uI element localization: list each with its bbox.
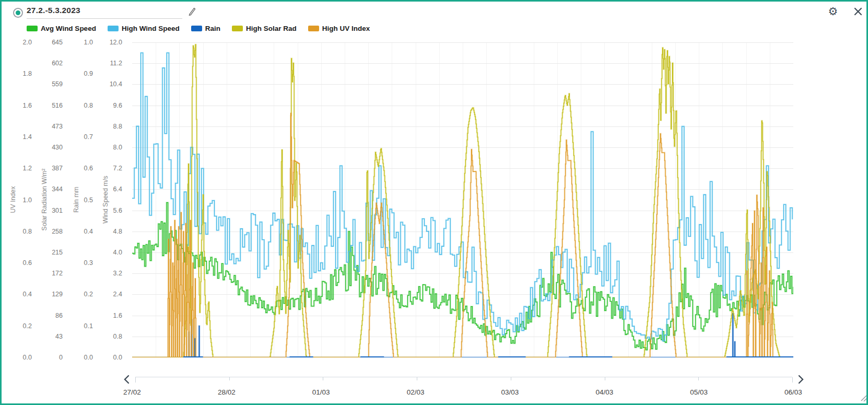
scroll-right-button[interactable] [796,375,805,384]
settings-button[interactable]: ⚙ [827,5,839,18]
wind-tick-label: 12.0 [106,38,122,47]
legend-item-uv[interactable]: High UV Index [308,25,370,32]
uv-swatch-icon [308,26,319,31]
rain-tick-label: 0.3 [78,259,93,267]
uv-tick-label: 2.0 [17,38,32,47]
rain-tick-label: 0.2 [78,290,93,298]
uv-axis-title: UV Index [9,173,17,226]
wind-tick-label: 5.6 [106,206,122,215]
close-icon [853,6,863,17]
rain-tick-label: 0.6 [78,164,93,172]
uv-tick-label: 1.8 [17,70,32,78]
solar-tick-label: 86 [46,311,63,320]
legend-label: Avg Wind Speed [41,25,96,32]
wind-tick-label: 8.8 [106,122,122,131]
legend: Avg Wind Speed High Wind Speed Rain High… [27,25,370,32]
solar-tick-label: 215 [46,248,63,257]
wind-tick-label: 8.0 [106,143,122,152]
scrollbar-tick [605,377,605,380]
legend-item-avg-wind[interactable]: Avg Wind Speed [27,25,96,32]
solar-tick-label: 602 [46,59,63,67]
uv-tick-label: 0.6 [17,259,32,267]
legend-label: High UV Index [322,25,370,32]
wind-tick-label: 10.4 [106,80,122,88]
solar-tick-label: 516 [46,101,63,110]
x-axis-label: 06/03 [777,388,810,396]
wind-tick-label: 6.4 [106,185,122,193]
uv-tick-label: 0.2 [17,322,32,330]
rain-tick-label: 0.4 [78,227,93,236]
legend-label: Rain [205,25,220,32]
chart-title-field[interactable]: 27.2.-5.3.2023 [27,6,182,19]
rain-tick-label: 0.9 [78,70,93,78]
wind-tick-label: 4.8 [106,227,122,236]
solar-tick-label: 645 [46,38,63,47]
gear-icon: ⚙ [828,5,838,17]
chart-canvas[interactable] [132,42,793,357]
solar-tick-label: 430 [46,143,63,152]
uv-tick-label: 0.8 [17,227,32,236]
edit-title-button[interactable] [187,7,197,16]
wind-tick-label: 4.0 [106,248,122,257]
scrollbar-tick [229,377,230,380]
record-dot-icon[interactable] [13,8,23,18]
solar-swatch-icon [232,26,243,31]
solar-tick-label: 129 [46,290,63,298]
solar-tick-label: 301 [46,206,63,215]
resize-grip-icon[interactable] [859,394,867,402]
scroll-left-button[interactable] [123,375,131,384]
avg-wind-swatch-icon [27,26,38,31]
solar-tick-label: 559 [46,80,63,88]
chevron-left-icon [123,375,131,384]
rain-tick-label: 1.0 [78,38,93,47]
uv-tick-label: 1.2 [17,164,32,172]
uv-tick-label: 0.4 [17,290,32,298]
wind-tick-label: 1.6 [106,311,122,320]
solar-tick-label: 0 [46,353,63,362]
wind-tick-label: 0.0 [106,353,122,362]
solar-tick-label: 172 [46,269,63,277]
wind-tick-label: 11.2 [106,59,122,67]
rain-tick-label: 0.5 [78,196,93,204]
high-wind-swatch-icon [108,26,119,31]
scrollbar-tick [792,377,793,383]
wind-tick-label: 3.2 [106,269,122,277]
legend-label: High Wind Speed [122,25,180,32]
legend-item-rain[interactable]: Rain [191,25,220,32]
x-axis-label: 05/03 [682,388,715,396]
scrollbar-tick [323,377,323,380]
legend-label: High Solar Rad [246,25,297,32]
scrollbar-tick [698,377,699,380]
scrollbar-tick [511,377,511,380]
uv-tick-label: 1.4 [17,133,32,141]
wind-tick-label: 7.2 [106,164,122,172]
uv-tick-label: 0.0 [17,353,32,362]
close-button[interactable] [853,6,863,17]
solar-tick-label: 258 [46,227,63,236]
rain-tick-label: 0.0 [78,353,93,362]
time-scrollbar[interactable] [135,377,792,383]
legend-item-high-wind[interactable]: High Wind Speed [108,25,180,32]
wind-tick-label: 2.4 [106,290,122,298]
chevron-right-icon [796,375,805,384]
rain-tick-label: 0.8 [78,101,93,110]
rain-tick-label: 0.1 [78,322,93,330]
rain-swatch-icon [191,26,202,31]
solar-tick-label: 473 [46,122,63,131]
pencil-icon [187,7,197,16]
x-axis-label: 27/02 [115,388,149,396]
rain-tick-label: 0.7 [78,133,93,141]
wind-tick-label: 0.8 [106,332,122,341]
uv-tick-label: 1.6 [17,101,32,110]
wind-tick-label: 9.6 [106,101,122,110]
scrollbar-tick [417,377,417,380]
solar-tick-label: 43 [46,332,63,341]
x-axis-label: 03/03 [493,388,526,396]
x-axis-label: 04/03 [588,388,621,396]
x-axis-label: 02/03 [399,388,432,396]
x-axis-label: 01/03 [304,388,338,396]
solar-tick-label: 387 [46,164,63,172]
legend-item-solar[interactable]: High Solar Rad [232,25,297,32]
chart-title: 27.2.-5.3.2023 [27,6,80,15]
uv-tick-label: 1.0 [17,196,32,204]
